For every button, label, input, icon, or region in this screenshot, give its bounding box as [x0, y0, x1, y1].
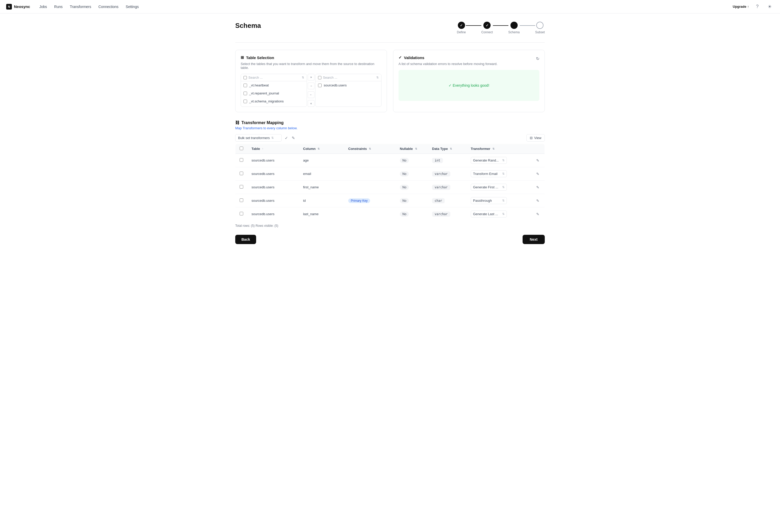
- row-table-cell: sourcedb.users: [247, 167, 299, 181]
- right-sort-icon: ⇅: [376, 76, 379, 79]
- list-item[interactable]: _vt.heartbeat: [241, 81, 307, 89]
- row-checkbox-1[interactable]: [240, 172, 243, 175]
- bulk-edit-button[interactable]: ✎: [291, 135, 296, 141]
- back-button[interactable]: Back: [235, 235, 256, 244]
- transformer-mapping-title: ⛓ Transformer Mapping: [235, 120, 545, 125]
- bulk-select-arrow-icon: ⇅: [271, 136, 274, 140]
- step-circle-subset: [536, 22, 543, 29]
- sort-column-icon[interactable]: ⇅: [318, 147, 320, 150]
- row-edit-cell: ✎: [531, 154, 545, 167]
- table-icon: ⊞: [241, 55, 244, 60]
- nav-settings[interactable]: Settings: [126, 5, 139, 9]
- table-selection-inner: ⇅ _vt.heartbeat _vt.reparent_journal _vt…: [241, 74, 382, 107]
- transfer-all-right-button[interactable]: »: [308, 74, 314, 81]
- right-list-item[interactable]: sourcedb.users: [315, 81, 381, 89]
- transformer-select-3[interactable]: Passthrough ⇅: [471, 197, 507, 204]
- transformer-selector: Passthrough ⇅: [471, 197, 527, 204]
- nullable-badge: No: [400, 211, 409, 217]
- list-item[interactable]: _vt.schema_migrations: [241, 97, 307, 105]
- nav-jobs[interactable]: Jobs: [40, 5, 47, 9]
- select-all-rows-checkbox[interactable]: [240, 147, 243, 150]
- next-button[interactable]: Next: [523, 235, 545, 244]
- logo: N Neosync: [6, 4, 30, 9]
- right-search-input[interactable]: [323, 76, 375, 80]
- transfer-left-button[interactable]: ←: [308, 91, 314, 98]
- table-row: sourcedb.users last_name No varchar Gene…: [236, 207, 545, 221]
- sort-transformer-icon[interactable]: ⇅: [492, 147, 494, 150]
- row-edit-button-0[interactable]: ✎: [535, 157, 540, 163]
- transformer-select-2[interactable]: Generate First ... ⇅: [471, 184, 507, 191]
- step-label-define: Define: [457, 31, 466, 34]
- transformer-select-4[interactable]: Generate Last ... ⇅: [471, 210, 507, 217]
- right-search-row: ⇅: [315, 74, 381, 81]
- connector-2: [493, 25, 508, 26]
- footer-buttons: Back Next: [235, 235, 545, 254]
- theme-icon[interactable]: ☀: [766, 3, 774, 11]
- right-select-all-checkbox[interactable]: [318, 76, 322, 80]
- row-checkbox-3[interactable]: [240, 198, 243, 202]
- row-edit-cell: ✎: [531, 167, 545, 181]
- step-connect: ✓ Connect: [481, 22, 493, 34]
- transformer-mapping-section: ⛓ Transformer Mapping Map Transformers t…: [235, 120, 545, 228]
- left-select-all-checkbox[interactable]: [243, 76, 247, 80]
- row-edit-button-3[interactable]: ✎: [535, 198, 540, 204]
- row-edit-cell: ✎: [531, 194, 545, 207]
- step-circle-connect: ✓: [483, 22, 491, 29]
- row-constraints-cell: [344, 207, 396, 221]
- transfer-right-button[interactable]: →: [308, 83, 314, 89]
- nav-right: Upgrade ↑ ? ☀: [733, 3, 774, 11]
- help-icon[interactable]: ?: [753, 3, 762, 11]
- sort-constraints-icon[interactable]: ⇅: [369, 147, 371, 150]
- transformer-select-1[interactable]: Transform Email ⇅: [471, 170, 507, 177]
- row-checkbox-cell: [236, 207, 248, 221]
- step-circle-define: ✓: [458, 22, 465, 29]
- row-checkbox-0[interactable]: [240, 158, 243, 162]
- nav-connections[interactable]: Connections: [99, 5, 119, 9]
- bulk-confirm-button[interactable]: ✓: [284, 135, 289, 141]
- sort-datatype-icon[interactable]: ⇅: [450, 147, 452, 150]
- row-nullable-cell: No: [396, 167, 428, 181]
- transformer-toolbar: Bulk set transformers ⇅ ✓ ✎ ⊟ View: [235, 134, 545, 142]
- datatype-badge: varchar: [432, 211, 450, 217]
- row-checkbox-4[interactable]: [240, 212, 243, 215]
- row-edit-button-2[interactable]: ✎: [535, 184, 540, 190]
- bulk-set-select[interactable]: Bulk set transformers ⇅: [235, 134, 282, 142]
- left-item-checkbox-2[interactable]: [243, 100, 247, 103]
- transfer-all-left-button[interactable]: «: [308, 100, 314, 107]
- transformer-mapping-subtitle[interactable]: Map Transformers to every column below.: [235, 126, 545, 130]
- transformer-label-4: Generate Last ...: [473, 212, 498, 216]
- right-item-checkbox-0[interactable]: [318, 84, 322, 87]
- left-item-checkbox-0[interactable]: [243, 84, 247, 87]
- th-constraints: Constraints ⇅: [344, 144, 396, 154]
- row-edit-cell: ✎: [531, 181, 545, 194]
- table-selection-title: ⊞ Table Selection: [241, 55, 382, 60]
- row-nullable-cell: No: [396, 154, 428, 167]
- transformer-mapping-icon: ⛓: [235, 120, 239, 125]
- list-item[interactable]: _vt.reparent_journal: [241, 89, 307, 97]
- sort-table-icon[interactable]: ↑: [262, 147, 263, 150]
- nav-transformers[interactable]: Transformers: [70, 5, 91, 9]
- row-edit-button-1[interactable]: ✎: [535, 171, 540, 177]
- left-table-list: ⇅ _vt.heartbeat _vt.reparent_journal _vt…: [241, 74, 307, 107]
- transformer-select-arrow-icon: ⇅: [502, 212, 504, 216]
- upgrade-button[interactable]: Upgrade ↑: [733, 5, 749, 8]
- row-constraints-cell: [344, 181, 396, 194]
- nav-runs[interactable]: Runs: [54, 5, 63, 9]
- step-subset: Subset: [535, 22, 545, 34]
- transformer-select-arrow-icon: ⇅: [502, 159, 504, 162]
- th-table: Table ↑: [247, 144, 299, 154]
- row-datatype-cell: varchar: [428, 167, 467, 181]
- left-item-checkbox-1[interactable]: [243, 92, 247, 95]
- refresh-button[interactable]: ↻: [536, 56, 539, 61]
- transformer-select-arrow-icon: ⇅: [502, 186, 504, 189]
- row-edit-button-4[interactable]: ✎: [535, 211, 540, 217]
- sort-nullable-icon[interactable]: ⇅: [415, 147, 417, 150]
- view-button[interactable]: ⊟ View: [527, 134, 545, 142]
- th-action: [531, 144, 545, 154]
- transformer-selector: Generate Last ... ⇅: [471, 210, 527, 217]
- row-checkbox-2[interactable]: [240, 185, 243, 189]
- page-title: Schema: [235, 22, 261, 30]
- row-table-cell: sourcedb.users: [247, 194, 299, 207]
- transformer-select-0[interactable]: Generate Rand... ⇅: [471, 157, 507, 164]
- left-search-input[interactable]: [248, 76, 300, 80]
